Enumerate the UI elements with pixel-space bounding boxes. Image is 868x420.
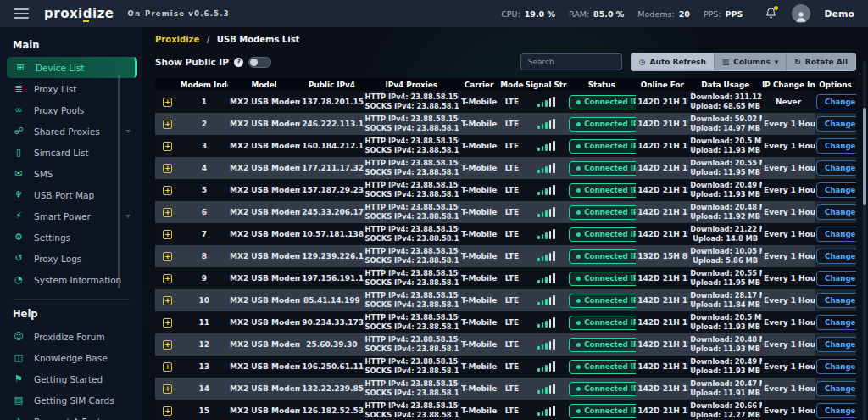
- sidebar-item-simcard-list[interactable]: ▯ Simcard List: [0, 142, 142, 163]
- auto-refresh-button[interactable]: ◷ Auto Refresh: [632, 53, 715, 70]
- data-usage-cell: Download: 20.5 MBUpload: 11.93 MB: [688, 311, 762, 333]
- carrier-cell: T-Mobile: [459, 289, 498, 311]
- expand-row-icon[interactable]: +: [163, 274, 172, 283]
- change-ip-button[interactable]: Change IP: [816, 138, 856, 154]
- sidebar-item-system-information[interactable]: ◔ System Information: [0, 269, 142, 290]
- sidebar-item-proxy-logs[interactable]: ↺ Proxy Logs: [0, 248, 142, 269]
- change-ip-button[interactable]: Change IP: [816, 337, 856, 352]
- system-information-icon: ◔: [13, 274, 25, 285]
- show-public-ip-toggle[interactable]: [248, 57, 271, 68]
- carrier-cell: T-Mobile: [459, 91, 498, 113]
- mode-cell: LTE: [498, 245, 525, 267]
- table-row: + 6 MX2 USB Modem 245.33.206.175 HTTP IP…: [155, 201, 856, 223]
- bell-icon[interactable]: [765, 7, 778, 20]
- expand-row-icon[interactable]: +: [163, 164, 172, 173]
- expand-row-icon[interactable]: +: [163, 252, 172, 261]
- download-value: Download: 59.02 MB: [690, 115, 760, 124]
- sidebar-item-settings[interactable]: ⚙ Settings: [0, 227, 142, 248]
- proxies-cell: HTTP IPv4: 23.88.58.156:2014SOCKS IPv4: …: [364, 378, 459, 400]
- change-ip-button[interactable]: Change IP: [816, 182, 856, 198]
- breadcrumb-root[interactable]: Proxidize: [155, 35, 199, 44]
- expand-row-icon[interactable]: +: [163, 406, 172, 416]
- change-ip-button[interactable]: Change IP: [816, 359, 856, 374]
- expand-row-icon[interactable]: +: [163, 120, 172, 129]
- sidebar-item-request-a-feature[interactable]: ✈ Request A Feature: [0, 411, 142, 420]
- expand-row-icon[interactable]: +: [163, 142, 172, 151]
- table-row: + 10 MX2 USB Modem 85.41.14.199 HTTP IPv…: [155, 289, 856, 311]
- expand-row-icon[interactable]: +: [163, 318, 172, 328]
- change-ip-button[interactable]: Change IP: [816, 381, 856, 396]
- http-proxy: HTTP IPv4: 23.88.58.156:2013: [365, 357, 458, 367]
- data-usage-cell: Download: 20.49 MBUpload: 11.93 MB: [688, 356, 762, 378]
- clock-icon: ◷: [639, 58, 646, 66]
- public-ipv4-cell: 177.211.17.32: [300, 157, 363, 179]
- table-row: + 7 MX2 USB Modem 10.57.181.138 HTTP IPv…: [155, 223, 856, 245]
- expand-row-icon[interactable]: +: [163, 340, 172, 350]
- data-usage-cell: Download: 20.66 MBUpload: 12.27 MB: [688, 400, 762, 420]
- socks-proxy: SOCKS IPv4: 23.88.58.156:3014: [365, 389, 458, 398]
- public-ipv4-header: Public IPv4: [300, 78, 363, 91]
- signal-strength-icon: [537, 339, 555, 350]
- knowledge-base-icon: ◫: [13, 352, 25, 363]
- status-dot-icon: [576, 321, 581, 325]
- expand-cell: +: [155, 135, 181, 157]
- status-badge: Connected IPv4v6: [569, 227, 636, 242]
- change-ip-button[interactable]: Change IP: [816, 94, 856, 109]
- sidebar-help-header: Help: [0, 301, 142, 326]
- expand-row-icon[interactable]: +: [163, 230, 172, 239]
- sidebar-item-knowledge-base[interactable]: ◫ Knowledge Base: [0, 347, 142, 368]
- options-cell: Change IP: [815, 378, 856, 400]
- username[interactable]: Demo: [824, 8, 854, 20]
- sidebar-item-proxy-pools[interactable]: ∞ Proxy Pools: [0, 99, 142, 120]
- sidebar-item-smart-power[interactable]: ⚡ Smart Power ▿: [0, 205, 142, 227]
- carrier-header: Carrier: [459, 78, 498, 91]
- change-ip-button[interactable]: Change IP: [816, 315, 856, 330]
- http-proxy: HTTP IPv4: 23.88.58.156:2014: [365, 379, 458, 389]
- sidebar-item-usb-port-map[interactable]: ♆ USB Port Map: [0, 184, 142, 205]
- sidebar-item-proxy-list[interactable]: ≣ Proxy List: [0, 78, 142, 99]
- data-usage-cell: Download: 20.55 MBUpload: 11.95 MB: [688, 267, 762, 289]
- public-ipv4-cell: 85.41.14.199: [300, 289, 363, 311]
- expand-row-icon[interactable]: +: [163, 296, 172, 305]
- change-ip-button[interactable]: Change IP: [816, 116, 856, 132]
- change-ip-button[interactable]: Change IP: [816, 204, 856, 220]
- public-ipv4-cell: 126.182.52.53: [300, 400, 363, 420]
- search-input[interactable]: [520, 53, 622, 70]
- sidebar-scrollbar[interactable]: [118, 75, 120, 288]
- page-scrollbar[interactable]: [863, 61, 866, 420]
- expand-row-icon[interactable]: +: [163, 208, 172, 217]
- online-for-cell: 142D 21H 15M: [636, 157, 688, 179]
- status-dot-icon: [576, 122, 581, 126]
- expand-row-icon[interactable]: +: [163, 98, 172, 107]
- expand-row-icon[interactable]: +: [163, 362, 172, 372]
- sidebar-item-getting-sim-cards[interactable]: ▤ Getting SIM Cards: [0, 389, 142, 411]
- sidebar-item-sms[interactable]: ✉ SMS: [0, 163, 142, 184]
- status-badge: Connected IPv4v6: [569, 316, 636, 330]
- expand-row-icon[interactable]: +: [163, 186, 172, 195]
- expand-row-icon[interactable]: +: [163, 384, 172, 394]
- table-row: + 1 MX2 USB Modem 137.78.201.159 HTTP IP…: [155, 91, 856, 113]
- download-value: Download: 20.5 MB: [690, 313, 760, 322]
- change-ip-button[interactable]: Change IP: [816, 403, 856, 418]
- sidebar-item-shared-proxies[interactable]: ☍ Shared Proxies ▿: [0, 120, 142, 142]
- rotate-all-button[interactable]: ↻ Rotate All: [787, 53, 855, 70]
- ip-change-interval-cell: Never: [762, 91, 815, 113]
- download-value: Download: 20.47 MB: [690, 379, 760, 389]
- signal-cell: [526, 113, 568, 135]
- online-for-cell: 142D 21H 15M: [636, 201, 688, 223]
- change-ip-button[interactable]: Change IP: [816, 271, 856, 286]
- help-question-icon[interactable]: ?: [234, 58, 243, 67]
- model-cell: MX2 USB Modem: [228, 289, 300, 311]
- menu-icon[interactable]: [14, 8, 29, 19]
- columns-button[interactable]: ▥ Columns ▾: [715, 53, 787, 70]
- sidebar-item-getting-started[interactable]: ⚑ Getting Started: [0, 368, 142, 389]
- change-ip-button[interactable]: Change IP: [816, 249, 856, 264]
- ipv4-proxies-header: IPv4 Proxies: [364, 78, 459, 91]
- change-ip-button[interactable]: Change IP: [816, 227, 856, 242]
- status-cell: Connected IPv4v6: [567, 356, 636, 378]
- change-ip-button[interactable]: Change IP: [816, 160, 856, 176]
- scrollbar-thumb[interactable]: [863, 108, 866, 205]
- avatar[interactable]: [792, 4, 810, 23]
- change-ip-button[interactable]: Change IP: [816, 293, 856, 308]
- sidebar-item-proxidize-forum[interactable]: ☺ Proxidize Forum: [0, 326, 142, 347]
